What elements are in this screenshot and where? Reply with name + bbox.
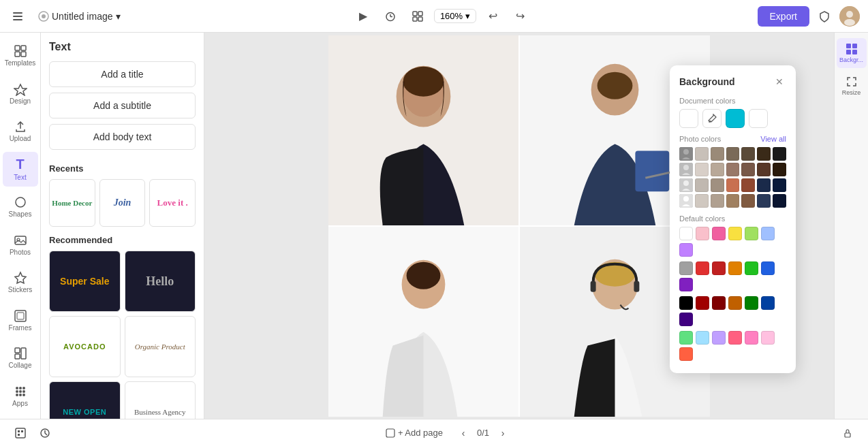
doc-color-white2[interactable]	[749, 109, 768, 128]
ps-3-1[interactable]	[711, 194, 724, 208]
rec-item-organic[interactable]: Organic Product	[125, 316, 196, 377]
recent-item-home-decor[interactable]: Home Decor	[49, 179, 95, 227]
ps-1-4[interactable]	[757, 163, 771, 176]
ps-0-4[interactable]	[757, 147, 771, 161]
ps-1-2[interactable]	[726, 163, 740, 176]
ps-2-5[interactable]	[773, 178, 786, 192]
right-panel-resize[interactable]: Resize	[837, 71, 867, 101]
ps-3-3[interactable]	[741, 194, 755, 208]
ps-3-2[interactable]	[726, 194, 740, 208]
view-all-button[interactable]: View all	[760, 135, 786, 143]
redo-button[interactable]: ↪	[509, 5, 531, 27]
photo-thumb-3[interactable]	[679, 194, 693, 208]
dc-white[interactable]	[679, 227, 693, 240]
recent-item-join[interactable]: Join	[99, 179, 146, 227]
canvas-cell-topleft[interactable]	[328, 35, 518, 225]
dc-brown[interactable]	[728, 296, 742, 310]
bg-popup-close-button[interactable]: ✕	[773, 75, 786, 89]
ps-2-4[interactable]	[757, 178, 771, 192]
doc-color-cyan[interactable]	[726, 109, 745, 128]
ps-1-5[interactable]	[773, 163, 786, 176]
ps-1-1[interactable]	[711, 163, 724, 176]
rec-item-avocado[interactable]: AVOCADO	[49, 316, 121, 377]
add-subtitle-button[interactable]: Add a subtitle	[49, 93, 196, 118]
layout-button[interactable]	[407, 5, 429, 27]
add-title-button[interactable]: Add a title	[49, 61, 196, 87]
sidebar-item-design[interactable]: Design	[3, 76, 38, 112]
sidebar-item-collage[interactable]: Collage	[3, 340, 38, 376]
ps-0-1[interactable]	[711, 147, 724, 161]
doc-color-white[interactable]	[679, 109, 698, 128]
dc-darkblue[interactable]	[761, 296, 775, 310]
photo-thumb-1[interactable]	[679, 163, 693, 176]
sidebar-item-upload[interactable]: Upload	[3, 114, 38, 149]
dc-blue-light[interactable]	[761, 227, 775, 240]
photo-thumb-2[interactable]	[679, 178, 693, 192]
dc-pink-light[interactable]	[696, 227, 709, 240]
eyedropper-button[interactable]	[702, 109, 722, 128]
ps-2-3[interactable]	[741, 178, 755, 192]
document-title[interactable]: Untitled image ▾	[33, 8, 126, 25]
right-panel-background[interactable]: Backgr...	[837, 38, 867, 68]
undo-button[interactable]: ↩	[482, 5, 503, 27]
sidebar-item-photos[interactable]: Photos	[3, 227, 38, 263]
sidebar-item-shapes[interactable]: Shapes	[3, 189, 38, 225]
ps-0-2[interactable]	[726, 147, 740, 161]
dc-lavender[interactable]	[712, 331, 726, 345]
canvas-cell-bottomleft[interactable]	[328, 227, 518, 417]
add-page-button[interactable]: + Add page	[380, 425, 448, 441]
dc-green-light[interactable]	[745, 227, 758, 240]
dc-coral[interactable]	[679, 347, 693, 361]
zoom-control[interactable]: 160% ▾	[434, 9, 476, 23]
ps-2-1[interactable]	[711, 178, 724, 192]
ps-1-3[interactable]	[741, 163, 755, 176]
ps-3-5[interactable]	[773, 194, 786, 208]
rec-item-newopen[interactable]: NEW OPEN	[49, 381, 121, 419]
bottom-button-1[interactable]	[11, 424, 30, 443]
next-page-button[interactable]: ›	[493, 424, 512, 443]
dc-yellow[interactable]	[728, 227, 742, 240]
export-button[interactable]: Export	[758, 6, 809, 27]
dc-darkpurple[interactable]	[679, 313, 693, 326]
timer-button[interactable]	[379, 5, 401, 27]
shield-button[interactable]	[815, 7, 834, 26]
sidebar-item-frames[interactable]: Frames	[3, 303, 38, 338]
sidebar-item-stickers[interactable]: Stickers	[3, 265, 38, 300]
photo-thumb-0[interactable]	[679, 147, 693, 161]
dc-green[interactable]	[745, 261, 758, 275]
ps-0-5[interactable]	[773, 147, 786, 161]
rec-item-business[interactable]: Business Agency	[125, 381, 196, 419]
rec-item-hello[interactable]: Hello	[125, 251, 196, 312]
ps-0-3[interactable]	[741, 147, 755, 161]
dc-pink[interactable]	[712, 227, 726, 240]
sidebar-item-text[interactable]: T Text	[3, 152, 38, 187]
menu-icon[interactable]	[8, 7, 27, 26]
dc-blush[interactable]	[761, 331, 775, 345]
dc-orange[interactable]	[728, 261, 742, 275]
dc-black[interactable]	[679, 296, 693, 310]
dc-hotpink[interactable]	[745, 331, 758, 345]
add-body-button[interactable]: Add body text	[49, 124, 196, 150]
ps-3-4[interactable]	[757, 194, 771, 208]
user-avatar[interactable]	[839, 6, 860, 27]
rec-item-supersale[interactable]: Super Sale	[49, 251, 121, 312]
dc-red-dark[interactable]	[712, 261, 726, 275]
dc-red-medium[interactable]	[696, 261, 709, 275]
ps-2-2[interactable]	[726, 178, 740, 192]
dc-darkred[interactable]	[696, 296, 709, 310]
dc-gray[interactable]	[679, 261, 693, 275]
bottom-button-2[interactable]	[35, 424, 55, 443]
ps-3-0[interactable]	[695, 194, 709, 208]
ps-2-0[interactable]	[695, 178, 709, 192]
dc-purple-light[interactable]	[679, 243, 693, 257]
prev-page-button[interactable]: ‹	[454, 424, 473, 443]
ps-0-0[interactable]	[695, 147, 709, 161]
dc-blue[interactable]	[761, 261, 775, 275]
dc-skyblue[interactable]	[696, 331, 709, 345]
dc-purple[interactable]	[679, 278, 693, 291]
dc-maroon[interactable]	[712, 296, 726, 310]
dc-salmon[interactable]	[728, 331, 742, 345]
sidebar-item-apps[interactable]: Apps	[3, 379, 38, 414]
lock-button[interactable]	[838, 424, 857, 443]
sidebar-item-templates[interactable]: Templates	[3, 38, 38, 74]
